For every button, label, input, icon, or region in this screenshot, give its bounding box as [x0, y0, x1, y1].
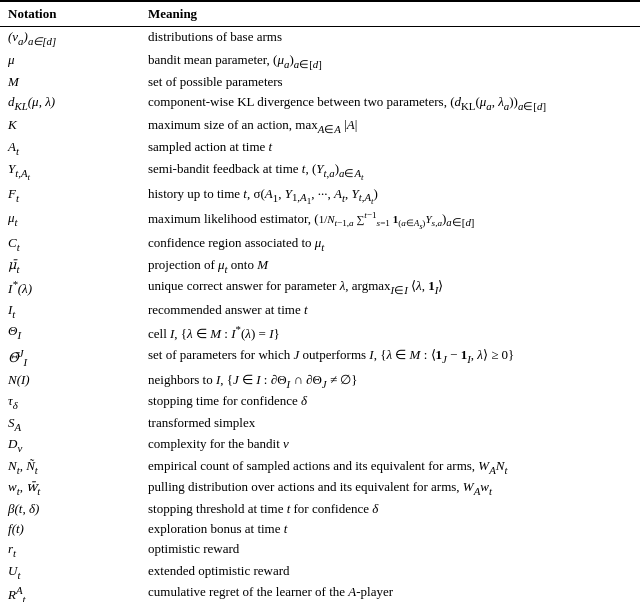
- meaning-cell: cell I, {λ ∈ M : I*(λ) = I}: [140, 321, 640, 344]
- notation-cell: dKL(μ, λ): [0, 92, 140, 115]
- notation-table: Notation Meaning (νa)a∈[d]distributions …: [0, 0, 640, 602]
- table-row: RAtcumulative regret of the learner of t…: [0, 582, 640, 602]
- meaning-cell: set of parameters for which J outperform…: [140, 345, 640, 370]
- meaning-cell: optimistic reward: [140, 539, 640, 561]
- notation-cell: M: [0, 72, 140, 92]
- meaning-cell: recommended answer at time t: [140, 300, 640, 322]
- notation-cell: Θ̄JI: [0, 345, 140, 370]
- meaning-cell: stopping time for confidence δ: [140, 391, 640, 413]
- notation-cell: N(I): [0, 370, 140, 392]
- notation-cell: f(t): [0, 519, 140, 539]
- table-row: Nt, Ñtempirical count of sampled actions…: [0, 456, 640, 478]
- notation-cell: β(t, δ): [0, 499, 140, 519]
- notation-cell: At: [0, 137, 140, 159]
- meaning-cell: exploration bonus at time t: [140, 519, 640, 539]
- meaning-cell: stopping threshold at time t for confide…: [140, 499, 640, 519]
- meaning-cell: pulling distribution over actions and it…: [140, 477, 640, 499]
- notation-cell: wt, w̄t: [0, 477, 140, 499]
- table-row: I*(λ)unique correct answer for parameter…: [0, 276, 640, 299]
- meaning-cell: component-wise KL divergence between two…: [140, 92, 640, 115]
- notation-cell: K: [0, 115, 140, 138]
- meaning-cell: complexity for the bandit ν: [140, 434, 640, 456]
- table-row: τδstopping time for confidence δ: [0, 391, 640, 413]
- notation-cell: (νa)a∈[d]: [0, 27, 140, 50]
- notation-cell: RAt: [0, 582, 140, 602]
- notation-cell: SA: [0, 413, 140, 435]
- meaning-cell: maximum size of an action, maxA∈A |A|: [140, 115, 640, 138]
- table-row: (νa)a∈[d]distributions of base arms: [0, 27, 640, 50]
- table-row: Θ̄JIset of parameters for which J outper…: [0, 345, 640, 370]
- notation-cell: μ̄t: [0, 255, 140, 277]
- table-row: rtoptimistic reward: [0, 539, 640, 561]
- table-row: Kmaximum size of an action, maxA∈A |A|: [0, 115, 640, 138]
- notation-cell: I*(λ): [0, 276, 140, 299]
- notation-cell: Dν: [0, 434, 140, 456]
- table-row: μtmaximum likelihood estimator, (1/Nt−1,…: [0, 208, 640, 233]
- table-row: Fthistory up to time t, σ(A1, Y1,A1, ···…: [0, 184, 640, 209]
- table-row: Itrecommended answer at time t: [0, 300, 640, 322]
- meaning-cell: sampled action at time t: [140, 137, 640, 159]
- notation-cell: Ut: [0, 561, 140, 583]
- notation-cell: ΘI: [0, 321, 140, 344]
- table-row: Yt,Atsemi-bandit feedback at time t, (Yt…: [0, 159, 640, 184]
- notation-cell: rt: [0, 539, 140, 561]
- meaning-cell: empirical count of sampled actions and i…: [140, 456, 640, 478]
- table-row: μ̄tprojection of μt onto M: [0, 255, 640, 277]
- meaning-cell: distributions of base arms: [140, 27, 640, 50]
- meaning-cell: set of possible parameters: [140, 72, 640, 92]
- table-row: μbandit mean parameter, (μa)a∈[d]: [0, 50, 640, 73]
- table-row: ΘIcell I, {λ ∈ M : I*(λ) = I}: [0, 321, 640, 344]
- meaning-cell: unique correct answer for parameter λ, a…: [140, 276, 640, 299]
- table-row: Atsampled action at time t: [0, 137, 640, 159]
- notation-cell: τδ: [0, 391, 140, 413]
- table-row: Utextended optimistic reward: [0, 561, 640, 583]
- table-row: dKL(μ, λ)component-wise KL divergence be…: [0, 92, 640, 115]
- meaning-cell: projection of μt onto M: [140, 255, 640, 277]
- notation-cell: Nt, Ñt: [0, 456, 140, 478]
- meaning-cell: bandit mean parameter, (μa)a∈[d]: [140, 50, 640, 73]
- table-row: Mset of possible parameters: [0, 72, 640, 92]
- table-row: β(t, δ)stopping threshold at time t for …: [0, 499, 640, 519]
- meaning-cell: extended optimistic reward: [140, 561, 640, 583]
- notation-cell: Ct: [0, 233, 140, 255]
- table-row: N(I)neighbors to I, {J ∈ I : ∂ΘI ∩ ∂ΘJ ≠…: [0, 370, 640, 392]
- col-header-meaning: Meaning: [140, 1, 640, 27]
- meaning-cell: neighbors to I, {J ∈ I : ∂ΘI ∩ ∂ΘJ ≠ ∅}: [140, 370, 640, 392]
- notation-cell: It: [0, 300, 140, 322]
- meaning-cell: maximum likelihood estimator, (1/Nt−1,a …: [140, 208, 640, 233]
- notation-cell: Ft: [0, 184, 140, 209]
- meaning-cell: cumulative regret of the learner of the …: [140, 582, 640, 602]
- col-header-notation: Notation: [0, 1, 140, 27]
- table-row: Ctconfidence region associated to μt: [0, 233, 640, 255]
- meaning-cell: confidence region associated to μt: [140, 233, 640, 255]
- meaning-cell: semi-bandit feedback at time t, (Yt,a)a∈…: [140, 159, 640, 184]
- notation-cell: μ: [0, 50, 140, 73]
- table-row: f(t)exploration bonus at time t: [0, 519, 640, 539]
- notation-cell: μt: [0, 208, 140, 233]
- table-row: wt, w̄tpulling distribution over actions…: [0, 477, 640, 499]
- table-row: Dνcomplexity for the bandit ν: [0, 434, 640, 456]
- meaning-cell: transformed simplex: [140, 413, 640, 435]
- table-row: SAtransformed simplex: [0, 413, 640, 435]
- table-header-row: Notation Meaning: [0, 1, 640, 27]
- meaning-cell: history up to time t, σ(A1, Y1,A1, ···, …: [140, 184, 640, 209]
- notation-cell: Yt,At: [0, 159, 140, 184]
